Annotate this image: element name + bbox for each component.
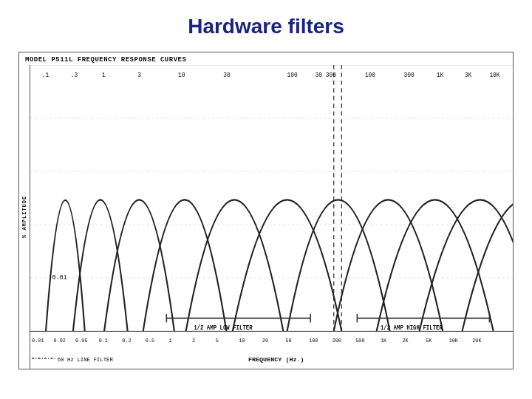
svg-text:100: 100	[365, 72, 375, 78]
svg-text:30 300: 30 300	[315, 72, 335, 78]
svg-text:FREQUENCY (Hz.): FREQUENCY (Hz.)	[248, 356, 304, 363]
svg-text:60 Hz LINE FILTER: 60 Hz LINE FILTER	[58, 357, 114, 363]
svg-text:0.01: 0.01	[32, 338, 44, 344]
svg-text:0.2: 0.2	[122, 338, 131, 344]
svg-text:50: 50	[285, 338, 291, 344]
svg-text:100: 100	[287, 72, 298, 78]
x-axis-area: 0.01 0.02 0.05 0.1 0.2 0.5 1 2 5 10 20 5…	[30, 332, 513, 369]
chart-body: % AMPLITUDE 100 75 50	[19, 65, 513, 369]
svg-text:3: 3	[137, 72, 141, 78]
svg-text:200: 200	[332, 338, 341, 344]
svg-text:.3: .3	[71, 72, 78, 78]
y-axis-label: % AMPLITUDE	[19, 65, 30, 369]
svg-text:2K: 2K	[402, 338, 408, 344]
svg-text:1: 1	[102, 72, 106, 78]
svg-text:1/2 AMP LOW FILTER: 1/2 AMP LOW FILTER	[194, 324, 253, 330]
svg-text:0.1: 0.1	[99, 338, 108, 344]
svg-text:0.01: 0.01	[52, 274, 66, 282]
svg-text:300: 300	[404, 72, 415, 78]
svg-text:3K: 3K	[465, 72, 471, 78]
chart-title: MODEL P511L FREQUENCY RESPONSE CURVES	[19, 52, 513, 65]
x-axis-svg: 0.01 0.02 0.05 0.1 0.2 0.5 1 2 5 10 20 5…	[30, 332, 513, 369]
svg-text:20K: 20K	[472, 338, 481, 344]
svg-text:.1: .1	[42, 72, 49, 78]
svg-text:1: 1	[168, 338, 171, 344]
page: Hardware filters MODEL P511L FREQUENCY R…	[0, 0, 532, 399]
svg-text:20: 20	[262, 338, 268, 344]
svg-text:10K: 10K	[449, 338, 458, 344]
svg-text:2: 2	[192, 338, 195, 344]
svg-text:10: 10	[178, 72, 185, 78]
svg-text:0.02: 0.02	[54, 338, 66, 344]
frequency-response-chart: MODEL P511L FREQUENCY RESPONSE CURVES % …	[18, 52, 514, 369]
svg-text:5: 5	[216, 338, 219, 344]
svg-text:1/2 AMP HIGH FILTER: 1/2 AMP HIGH FILTER	[381, 324, 443, 330]
chart-svg: 100 75 50 25 0 0.01	[30, 65, 513, 331]
svg-text:5K: 5K	[426, 338, 432, 344]
svg-text:100: 100	[309, 338, 318, 344]
svg-text:0.5: 0.5	[146, 338, 154, 344]
chart-plot-area: 100 75 50 25 0 0.01	[30, 65, 513, 332]
svg-text:30: 30	[223, 72, 230, 78]
svg-text:0.05: 0.05	[75, 338, 87, 344]
svg-text:10: 10	[239, 338, 245, 344]
svg-text:1K: 1K	[437, 72, 443, 78]
svg-text:10K: 10K	[489, 72, 499, 78]
svg-text:500: 500	[355, 338, 364, 344]
page-title: Hardware filters	[188, 15, 344, 38]
svg-text:1K: 1K	[381, 338, 386, 344]
